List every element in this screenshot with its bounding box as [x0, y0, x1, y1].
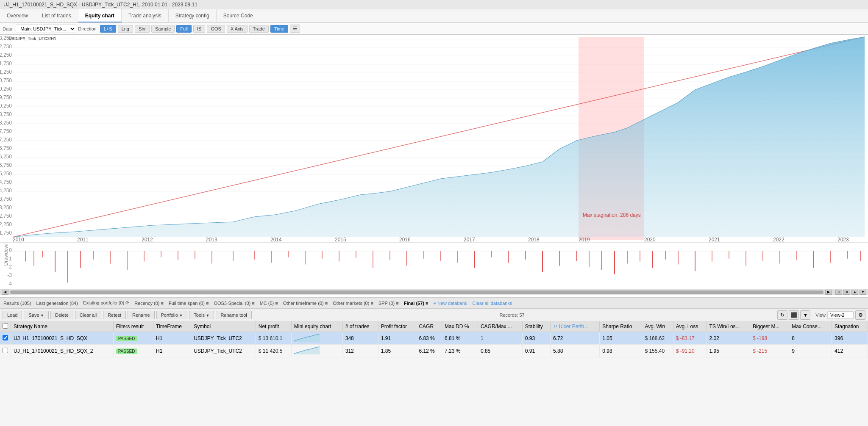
tab-overview[interactable]: Overview: [0, 9, 35, 22]
scroll-left-btn[interactable]: ◀: [2, 290, 8, 295]
table-header-11[interactable]: Stability: [522, 321, 550, 332]
svg-text:2012: 2012: [142, 237, 153, 242]
sample-btn[interactable]: Sample: [151, 25, 175, 33]
table-header-10[interactable]: CAGR/Max ...: [478, 321, 522, 332]
rename-btn[interactable]: Rename: [128, 311, 155, 319]
ls-btn[interactable]: L+S: [100, 25, 116, 33]
oos-btn[interactable]: OOS: [207, 25, 225, 33]
rename-tool-btn[interactable]: Rename tool: [216, 311, 251, 319]
table-header-6[interactable]: # of trades: [342, 321, 378, 332]
scroll-up-btn[interactable]: ▲: [851, 290, 858, 295]
retest-btn[interactable]: Retest: [103, 311, 126, 319]
ts-win-los-cell: 1.95: [707, 345, 750, 357]
results-item-existing-portfolio[interactable]: Existing portfolio (0) ⟳: [83, 300, 129, 306]
row-checkbox-cell[interactable]: [0, 345, 11, 357]
data-table: Strategy NameFilters resultTimeFrameSymb…: [0, 321, 868, 357]
results-item-full-time-span[interactable]: Full time span (0) ≡: [169, 301, 209, 306]
results-item-other-markets[interactable]: Other markets (0) ≡: [333, 301, 373, 306]
tab-list-of-trades[interactable]: List of trades: [35, 9, 78, 22]
stagnation-cell: 396: [832, 332, 868, 345]
table-header-checkbox[interactable]: [0, 321, 11, 332]
chart-scrollbar[interactable]: ◀ ▶ ⊕ ⊗ ▲ ▼: [0, 289, 868, 295]
table-row[interactable]: UJ_H1_170100021_S_HD_SQX_2PASSEDH1USDJPY…: [0, 345, 868, 357]
table-header-13[interactable]: Sharpe Ratio: [600, 321, 642, 332]
strategy-name-cell: UJ_H1_170100021_S_HD_SQX_2: [11, 345, 114, 357]
table-header-15[interactable]: Avg. Loss: [673, 321, 707, 332]
main-select[interactable]: Main: USDJPY_Tick...: [16, 25, 76, 33]
time-btn[interactable]: Time: [270, 25, 288, 33]
full-btn[interactable]: Full: [176, 25, 192, 33]
save-btn[interactable]: Save: [24, 311, 49, 319]
results-item-spp[interactable]: SPP (0) ≡: [378, 301, 399, 306]
results-item-final[interactable]: Final (57) ≡: [404, 301, 428, 306]
scroll-right-btn[interactable]: ▶: [825, 290, 832, 295]
table-header-2[interactable]: TimeFrame: [153, 321, 191, 332]
more-options-btn[interactable]: ▼: [800, 310, 810, 320]
tab-source-code[interactable]: Source Code: [217, 9, 260, 22]
table-header-1[interactable]: Filters result: [113, 321, 153, 332]
results-item-results-count[interactable]: Results (105): [3, 301, 31, 306]
lng-btn[interactable]: Lng: [118, 25, 133, 33]
table-header-16[interactable]: TS Win/Los...: [707, 321, 750, 332]
clear-all-btn[interactable]: Clear all: [75, 311, 101, 319]
select-all-checkbox[interactable]: [3, 323, 8, 329]
table-header-0[interactable]: Strategy Name: [11, 321, 114, 332]
table-header-19[interactable]: Stagnation: [832, 321, 868, 332]
table-header-5[interactable]: Mini equity chart: [291, 321, 342, 332]
zoom-minus-btn[interactable]: ⊗: [843, 290, 850, 295]
table-header-7[interactable]: Profit factor: [378, 321, 416, 332]
table-header-9[interactable]: Max DD %: [442, 321, 478, 332]
results-item-mc[interactable]: MC (0) ≡: [260, 301, 278, 306]
table-header-8[interactable]: CAGR: [416, 321, 442, 332]
xaxis-btn[interactable]: X Axis: [227, 25, 248, 33]
tab-strategy-config[interactable]: Strategy config: [169, 9, 217, 22]
row-checkbox-cell[interactable]: [0, 332, 11, 345]
refresh-btn[interactable]: ↻: [777, 310, 787, 320]
load-btn[interactable]: Load: [3, 311, 22, 319]
ts-win-los-cell: 2.02: [707, 332, 750, 345]
row-checkbox[interactable]: [3, 348, 8, 353]
svg-text:9,250: 9,250: [0, 103, 12, 109]
table-header-3[interactable]: Symbol: [191, 321, 256, 332]
filters-badge: PASSED: [116, 349, 137, 354]
biggest-m-cell: $ -198: [750, 332, 789, 345]
svg-text:Drawdown (%): Drawdown (%): [3, 243, 9, 266]
is-btn[interactable]: IS: [193, 25, 205, 33]
svg-text:1,750: 1,750: [0, 230, 12, 236]
settings-btn[interactable]: ⚙: [855, 310, 865, 320]
view-select[interactable]: View-2 View-1 View-3: [827, 311, 854, 319]
avg-win-cell: $ 168.62: [642, 332, 673, 345]
table-header-12[interactable]: ↑¹ Ulcer Perfo...: [551, 321, 600, 332]
table-header-14[interactable]: Avg. Win: [642, 321, 673, 332]
tools-btn[interactable]: Tools: [189, 311, 214, 319]
table-header-4[interactable]: Net profit: [256, 321, 291, 332]
scroll-down-btn[interactable]: ▼: [860, 290, 866, 295]
cagr-cell: 6.12 %: [416, 345, 442, 357]
stagnation-annotation: Max stagnation: 286 days: [583, 212, 641, 218]
menu-btn[interactable]: ☰: [290, 25, 300, 33]
view-label: View: [815, 313, 826, 318]
portfolio-btn[interactable]: Portfolio: [156, 311, 188, 319]
results-item-last-gen[interactable]: Last generation (84): [36, 301, 78, 306]
results-item-recency[interactable]: Recency (0) ≡: [134, 301, 164, 306]
cagr-max-cell: 0.85: [478, 345, 522, 357]
stagnation-cell: 412: [832, 345, 868, 357]
trades-cell: 348: [342, 332, 378, 345]
table-header-17[interactable]: Biggest M...: [750, 321, 789, 332]
table-row[interactable]: UJ_H1_170100021_S_HD_SQXPASSEDH1USDJPY_T…: [0, 332, 868, 345]
trade-btn[interactable]: Trade: [249, 25, 269, 33]
zoom-plus-btn[interactable]: ⊕: [835, 290, 842, 295]
export-btn[interactable]: ⬛: [789, 310, 799, 320]
tab-equity-chart[interactable]: Equity chart: [78, 9, 122, 22]
results-item-clear-all-databanks[interactable]: Clear all databanks: [472, 301, 512, 306]
results-item-new-databank[interactable]: + New databank: [433, 301, 467, 306]
shr-btn[interactable]: Shr: [135, 25, 150, 33]
results-item-oos3-special[interactable]: OOS3-Special (0) ≡: [214, 301, 254, 306]
table-header-18[interactable]: Max Conse...: [789, 321, 832, 332]
results-item-other-timeframe[interactable]: Other timeframe (0) ≡: [283, 301, 328, 306]
table-container[interactable]: Strategy NameFilters resultTimeFrameSymb…: [0, 321, 868, 426]
delete-btn[interactable]: Delete: [50, 311, 73, 319]
tab-trade-analysis[interactable]: Trade analysis: [122, 9, 169, 22]
row-checkbox[interactable]: [3, 335, 8, 340]
profit-factor-cell: 1.85: [378, 345, 416, 357]
